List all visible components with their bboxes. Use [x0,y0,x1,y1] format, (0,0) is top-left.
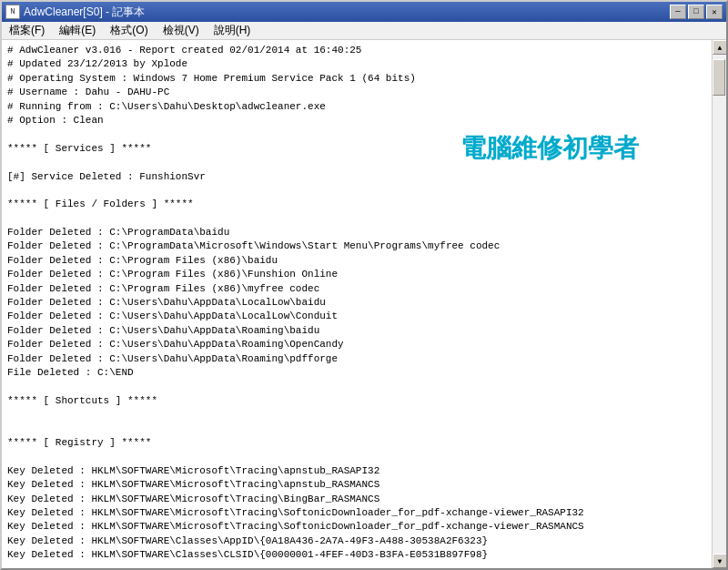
title-bar: N AdwCleaner[S0] - 記事本 ─ □ ✕ [2,2,726,22]
log-line: Folder Deleted : C:\Program Files (x86)\… [7,254,706,268]
log-line: [#] Service Deleted : FunshionSvr [7,170,706,184]
log-line [7,212,706,226]
scrollbar[interactable]: ▲ ▼ [712,40,726,568]
menu-help[interactable]: 說明(H) [207,22,258,39]
log-line: Folder Deleted : C:\ProgramData\baidu [7,226,706,239]
log-line: ***** [ Services ] ***** [7,142,706,156]
log-line [7,156,706,169]
log-line: Key Deleted : HKLM\SOFTWARE\Microsoft\Tr… [7,493,706,506]
log-line: # AdwCleaner v3.016 - Report created 02/… [7,44,706,57]
log-line [7,127,706,141]
menu-format[interactable]: 格式(O) [103,22,155,39]
log-container: # AdwCleaner v3.016 - Report created 02/… [7,44,706,562]
log-line: Folder Deleted : C:\Users\Dahu\AppData\L… [7,310,706,323]
log-line: Folder Deleted : C:\Users\Dahu\AppData\L… [7,296,706,310]
log-line: Key Deleted : HKLM\SOFTWARE\Microsoft\Tr… [7,478,706,492]
window-title: AdwCleaner[S0] - 記事本 [24,5,145,20]
log-line: Folder Deleted : C:\Users\Dahu\AppData\R… [7,338,706,351]
menu-file[interactable]: 檔案(F) [2,22,52,39]
scroll-up-button[interactable]: ▲ [713,40,726,55]
main-window: N AdwCleaner[S0] - 記事本 ─ □ ✕ 檔案(F) 編輯(E)… [0,0,728,570]
log-line: ***** [ Shortcuts ] ***** [7,394,706,408]
log-line: # Operating System : Windows 7 Home Prem… [7,72,706,86]
app-icon: N [5,5,20,19]
menu-view[interactable]: 檢視(V) [156,22,207,39]
log-line: Folder Deleted : C:\Users\Dahu\AppData\R… [7,324,706,338]
log-line: # Running from : C:\Users\Dahu\Desktop\a… [7,100,706,114]
log-line: Key Deleted : HKLM\SOFTWARE\Microsoft\Tr… [7,520,706,534]
log-line: Key Deleted : HKLM\SOFTWARE\Classes\AppI… [7,534,706,548]
log-line: # Updated 23/12/2013 by Xplode [7,57,706,71]
scroll-thumb[interactable] [713,59,725,96]
text-content-area[interactable]: 電腦維修初學者 # AdwCleaner v3.016 - Report cre… [2,40,712,568]
log-line [7,380,706,393]
maximize-button[interactable]: □ [688,5,704,19]
scroll-track[interactable] [713,55,726,554]
menu-bar: 檔案(F) 編輯(E) 格式(O) 檢視(V) 說明(H) [2,22,726,40]
title-bar-left: N AdwCleaner[S0] - 記事本 [5,5,145,20]
log-line [7,184,706,198]
log-line: Key Deleted : HKLM\SOFTWARE\Classes\CLSI… [7,548,706,562]
log-line: ***** [ Files / Folders ] ***** [7,198,706,211]
log-line [7,450,706,463]
close-button[interactable]: ✕ [706,5,723,19]
log-line [7,422,706,436]
log-line: File Deleted : C:\END [7,366,706,380]
log-line: Folder Deleted : C:\ProgramData\Microsof… [7,239,706,253]
content-wrapper: 電腦維修初學者 # AdwCleaner v3.016 - Report cre… [2,40,726,568]
log-line: ***** [ Registry ] ***** [7,436,706,450]
log-line: Folder Deleted : C:\Users\Dahu\AppData\R… [7,352,706,366]
menu-edit[interactable]: 編輯(E) [52,22,103,39]
log-line: # Username : Dahu - DAHU-PC [7,86,706,99]
log-line: Folder Deleted : C:\Program Files (x86)\… [7,282,706,296]
log-line: Folder Deleted : C:\Program Files (x86)\… [7,268,706,281]
log-line [7,408,706,422]
log-line: # Option : Clean [7,114,706,127]
log-line: Key Deleted : HKLM\SOFTWARE\Microsoft\Tr… [7,506,706,520]
window-controls: ─ □ ✕ [670,5,723,19]
minimize-button[interactable]: ─ [670,5,686,19]
scroll-down-button[interactable]: ▼ [713,554,726,568]
log-line: Key Deleted : HKLM\SOFTWARE\Microsoft\Tr… [7,464,706,478]
